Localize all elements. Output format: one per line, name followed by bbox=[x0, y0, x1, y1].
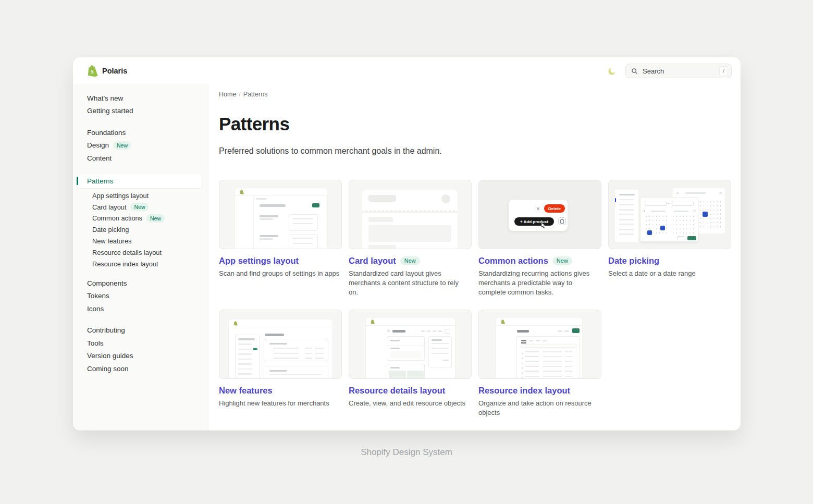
skeleton-line bbox=[433, 330, 436, 332]
pattern-card-common-actions[interactable]: × Delete + Add product Common actions Ne… bbox=[478, 180, 601, 297]
mini-secondary-button bbox=[677, 236, 685, 240]
mini-panel bbox=[264, 339, 328, 361]
sidebar-item-patterns-active[interactable]: Patterns bbox=[76, 174, 202, 188]
skeleton-block bbox=[368, 225, 451, 242]
sidebar-item-components[interactable]: Components bbox=[73, 277, 208, 290]
skeleton-line bbox=[260, 238, 273, 240]
sidebar-item-common-actions[interactable]: Common actions New bbox=[73, 213, 208, 224]
sidebar-item-coming-soon[interactable]: Coming soon bbox=[73, 362, 208, 375]
mini-topbar bbox=[366, 318, 455, 326]
sidebar-item-label: Card layout bbox=[92, 203, 126, 211]
page-subtitle: Preferred solutions to common merchant g… bbox=[219, 146, 741, 156]
thumbnail-resource-details-layout bbox=[349, 310, 472, 379]
mini-topbar bbox=[235, 188, 327, 196]
card-description: Organize and take action on resource obj… bbox=[478, 399, 599, 417]
new-badge: New bbox=[552, 256, 572, 265]
mini-card bbox=[362, 190, 458, 249]
skeleton-line bbox=[685, 192, 706, 194]
mini-admin-window bbox=[229, 319, 332, 379]
mini-admin-window bbox=[496, 318, 582, 379]
sidebar-item-date-picking[interactable]: Date picking bbox=[73, 224, 208, 236]
main-content: Home / Patterns Patterns Preferred solut… bbox=[208, 84, 741, 431]
mini-calendar-front-panel: ‹ › bbox=[640, 197, 698, 242]
search-input[interactable] bbox=[642, 67, 716, 76]
mini-table-panel bbox=[516, 336, 580, 379]
pattern-card-resource-details-layout[interactable]: Resource details layout Create, view, an… bbox=[349, 310, 472, 417]
logo-text: Polaris bbox=[102, 67, 127, 75]
skeleton-line bbox=[256, 198, 266, 200]
divider bbox=[387, 345, 424, 346]
breadcrumb-home-link[interactable]: Home bbox=[219, 91, 236, 98]
card-title-link[interactable]: App settings layout bbox=[219, 256, 299, 266]
mini-panel bbox=[289, 214, 318, 231]
sidebar-item-label: Design bbox=[87, 141, 109, 149]
mini-add-product-button: + Add product bbox=[514, 217, 554, 226]
pattern-card-resource-index-layout[interactable]: Resource index layout Organize and take … bbox=[478, 310, 601, 417]
skeleton-rows bbox=[269, 374, 322, 379]
skeleton-heading bbox=[390, 340, 400, 341]
chevron-right-icon: › bbox=[720, 191, 722, 195]
active-indicator-bar bbox=[77, 177, 78, 185]
skeleton-rows bbox=[238, 343, 252, 378]
sidebar-item-tokens[interactable]: Tokens bbox=[73, 290, 208, 303]
card-title-link[interactable]: New features bbox=[219, 386, 273, 396]
card-title-link[interactable]: Resource index layout bbox=[478, 386, 570, 396]
skeleton-heading bbox=[517, 330, 529, 333]
sidebar-item-new-features[interactable]: New features bbox=[73, 236, 208, 247]
skeleton-circle bbox=[387, 329, 390, 332]
skeleton-rows bbox=[432, 343, 449, 358]
breadcrumb: Home / Patterns bbox=[219, 91, 741, 98]
skeleton-heading bbox=[390, 367, 400, 368]
mini-tab bbox=[536, 340, 540, 341]
sidebar-item-foundations[interactable]: Foundations bbox=[73, 126, 208, 139]
search-shortcut-key: / bbox=[719, 66, 728, 76]
polaris-logo[interactable]: S Polaris bbox=[73, 65, 127, 77]
mini-date-input bbox=[672, 202, 694, 206]
card-title-link[interactable]: Resource details layout bbox=[349, 386, 445, 396]
skeleton-rows bbox=[315, 348, 324, 359]
mini-admin-window bbox=[235, 188, 327, 249]
skeleton-line bbox=[558, 330, 562, 332]
sidebar-item-content[interactable]: Content bbox=[73, 152, 208, 165]
zigzag-divider bbox=[362, 208, 458, 213]
sidebar-item-resource-index-layout[interactable]: Resource index layout bbox=[73, 258, 208, 269]
thumbnail-date-picking: ‹ › ‹ bbox=[608, 180, 731, 249]
sidebar-item-app-settings-layout[interactable]: App settings layout bbox=[73, 190, 208, 202]
mini-primary-button bbox=[312, 203, 319, 207]
pointer-cursor-icon bbox=[541, 222, 546, 228]
card-title-link[interactable]: Common actions bbox=[478, 256, 548, 266]
sidebar-item-card-layout[interactable]: Card layout New bbox=[73, 201, 208, 213]
card-title-link[interactable]: Date picking bbox=[608, 256, 659, 266]
thumbnail-card-layout bbox=[349, 180, 472, 249]
search-box[interactable]: / bbox=[625, 64, 732, 78]
sidebar-item-getting-started[interactable]: Getting started bbox=[73, 105, 208, 118]
sidebar-item-label: Patterns bbox=[87, 177, 113, 185]
sidebar-item-contributing[interactable]: Contributing bbox=[73, 324, 208, 337]
divider bbox=[253, 196, 254, 249]
card-description: Standardizing recurring actions gives me… bbox=[478, 269, 599, 297]
card-title-link[interactable]: Card layout bbox=[349, 256, 396, 266]
skeleton-rows bbox=[293, 238, 313, 247]
sidebar-item-icons[interactable]: Icons bbox=[73, 302, 208, 315]
mini-tab-underline bbox=[521, 342, 526, 343]
sidebar-item-design[interactable]: Design New bbox=[73, 139, 208, 152]
mini-card: × Delete + Add product bbox=[509, 200, 568, 231]
pattern-card-app-settings-layout[interactable]: App settings layout Scan and find groups… bbox=[219, 180, 342, 297]
sidebar-item-whats-new[interactable]: What's new bbox=[73, 92, 208, 105]
pattern-card-date-picking[interactable]: ‹ › ‹ bbox=[608, 180, 731, 297]
close-x-icon: × bbox=[536, 206, 540, 212]
mini-admin-window bbox=[366, 318, 455, 379]
skeleton-heading bbox=[265, 334, 284, 336]
sidebar-item-tools[interactable]: Tools bbox=[73, 337, 208, 350]
dark-mode-toggle[interactable] bbox=[606, 65, 618, 77]
skeleton-heading bbox=[619, 194, 635, 195]
mini-tab bbox=[529, 340, 533, 341]
pattern-card-new-features[interactable]: New features Highlight new features for … bbox=[219, 310, 342, 417]
chevron-right-icon: › bbox=[694, 209, 696, 213]
mini-primary-button bbox=[572, 328, 580, 333]
sidebar-item-resource-details-layout[interactable]: Resource details layout bbox=[73, 247, 208, 258]
pattern-card-card-layout[interactable]: Card layout New Standardized card layout… bbox=[349, 180, 472, 297]
sidebar-item-version-guides[interactable]: Version guides bbox=[73, 350, 208, 363]
skeleton-line bbox=[438, 330, 442, 332]
skeleton-line bbox=[651, 211, 666, 212]
